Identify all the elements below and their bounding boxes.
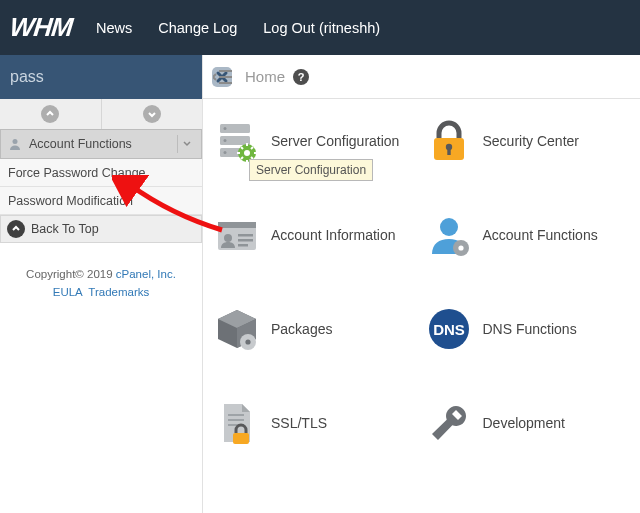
svg-text:DNS: DNS — [433, 321, 465, 338]
svg-line-16 — [241, 157, 243, 159]
footer-cpanel-link[interactable]: cPanel, Inc. — [116, 268, 176, 280]
tile-label: Account Information — [271, 227, 396, 243]
svg-line-14 — [241, 147, 243, 149]
arrow-up-icon — [7, 220, 25, 238]
tile-account-functions[interactable]: Account Functions — [425, 211, 631, 259]
tile-label: Security Center — [483, 133, 579, 149]
svg-rect-24 — [238, 234, 253, 237]
menu-toggle-icon[interactable] — [213, 69, 233, 85]
svg-point-6 — [224, 139, 227, 142]
collapse-all-button[interactable] — [0, 99, 102, 129]
svg-point-1 — [13, 139, 18, 144]
svg-rect-25 — [238, 239, 253, 242]
collapse-expand-row — [0, 99, 202, 129]
sidebar: Account Functions Force Password Change … — [0, 55, 202, 513]
tooltip: Server Configuration — [249, 159, 373, 181]
svg-point-29 — [458, 245, 463, 250]
tile-label: SSL/TLS — [271, 415, 327, 431]
back-to-top-label: Back To Top — [31, 222, 99, 236]
chevron-down-icon[interactable] — [177, 135, 195, 153]
footer-eula-link[interactable]: EULA — [53, 286, 82, 298]
svg-point-9 — [244, 150, 250, 156]
tile-development[interactable]: Development — [425, 399, 631, 447]
tile-label: Development — [483, 415, 566, 431]
id-card-icon — [213, 211, 261, 259]
user-icon — [7, 137, 23, 151]
tile-label: Server Configuration — [271, 133, 399, 149]
svg-rect-26 — [238, 244, 248, 247]
nav-logout[interactable]: Log Out (ritneshh) — [263, 20, 380, 36]
nav-changelog[interactable]: Change Log — [158, 20, 237, 36]
tile-grid: Server Configuration Server Configuratio… — [203, 99, 640, 457]
svg-rect-20 — [447, 147, 450, 155]
server-config-icon — [213, 117, 261, 165]
nav-news[interactable]: News — [96, 20, 132, 36]
user-gear-icon — [425, 211, 473, 259]
tile-server-configuration[interactable]: Server Configuration Server Configuratio… — [213, 117, 419, 165]
svg-point-34 — [245, 339, 250, 344]
svg-rect-22 — [218, 222, 256, 228]
svg-point-27 — [440, 218, 458, 236]
tile-label: Account Functions — [483, 227, 598, 243]
sidebar-section-header[interactable]: Account Functions — [0, 129, 202, 159]
tile-packages[interactable]: Packages — [213, 305, 419, 353]
svg-line-17 — [251, 147, 253, 149]
svg-rect-38 — [228, 419, 244, 421]
sidebar-section-label: Account Functions — [29, 137, 132, 151]
tile-account-information[interactable]: Account Information — [213, 211, 419, 259]
top-nav: WHM News Change Log Log Out (ritneshh) — [0, 0, 640, 55]
sidebar-link-force-password-change[interactable]: Force Password Change — [0, 159, 202, 187]
tile-label: DNS Functions — [483, 321, 577, 337]
content-area: Home ? Server Configuration Server Confi… — [202, 55, 640, 513]
dns-icon: DNS — [425, 305, 473, 353]
tile-label: Packages — [271, 321, 332, 337]
wrench-icon — [425, 399, 473, 447]
expand-all-button[interactable] — [102, 99, 203, 129]
svg-point-23 — [224, 234, 232, 242]
search-input[interactable] — [10, 68, 210, 86]
sidebar-link-password-modification[interactable]: Password Modification — [0, 187, 202, 215]
tile-security-center[interactable]: Security Center — [425, 117, 631, 165]
breadcrumb-label: Home — [245, 68, 285, 85]
back-to-top-button[interactable]: Back To Top — [0, 215, 202, 243]
sidebar-footer: Copyright© 2019 cPanel, Inc. EULA Tradem… — [0, 265, 202, 302]
help-icon[interactable]: ? — [293, 69, 309, 85]
document-lock-icon — [213, 399, 261, 447]
svg-point-5 — [224, 127, 227, 130]
breadcrumb-bar: Home ? — [203, 55, 640, 99]
footer-trademarks-link[interactable]: Trademarks — [88, 286, 149, 298]
svg-point-7 — [224, 151, 227, 154]
logo[interactable]: WHM — [8, 12, 73, 43]
tile-dns-functions[interactable]: DNS DNS Functions — [425, 305, 631, 353]
search-bar — [0, 55, 202, 99]
svg-rect-40 — [233, 433, 249, 444]
lock-icon — [425, 117, 473, 165]
tile-ssl-tls[interactable]: SSL/TLS — [213, 399, 419, 447]
package-icon — [213, 305, 261, 353]
svg-rect-37 — [228, 414, 244, 416]
